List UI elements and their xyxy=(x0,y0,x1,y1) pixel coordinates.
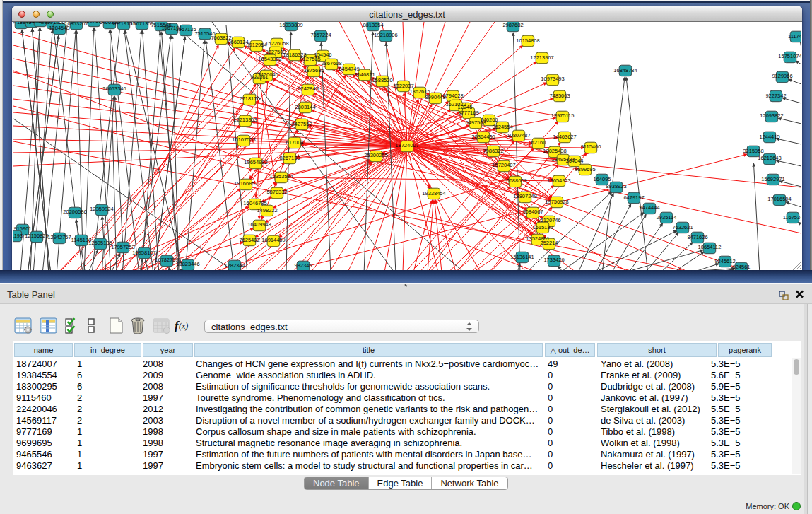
svg-text:23420046: 23420046 xyxy=(254,71,278,78)
svg-text:8912954: 8912954 xyxy=(246,42,266,48)
svg-text:617004: 617004 xyxy=(286,139,303,146)
svg-text:9474444: 9474444 xyxy=(639,204,659,211)
svg-text:982345: 982345 xyxy=(294,262,312,269)
svg-text:3624554: 3624554 xyxy=(492,124,512,130)
svg-text:15136141: 15136141 xyxy=(510,254,534,260)
svg-text:9242845: 9242845 xyxy=(298,86,318,92)
svg-text:6479197: 6479197 xyxy=(623,194,644,201)
svg-text:16409948: 16409948 xyxy=(247,221,271,228)
svg-text:12505135: 12505135 xyxy=(88,240,112,246)
svg-text:10958107: 10958107 xyxy=(132,250,155,256)
svg-text:1667135: 1667135 xyxy=(175,26,196,33)
svg-text:915901: 915901 xyxy=(13,226,31,232)
svg-text:8471626: 8471626 xyxy=(687,234,707,240)
svg-text:7485063: 7485063 xyxy=(549,93,570,99)
svg-text:12213363: 12213363 xyxy=(233,117,257,123)
svg-text:8938923: 8938923 xyxy=(606,183,626,189)
svg-text:12823446: 12823446 xyxy=(176,261,199,267)
svg-text:19338454: 19338454 xyxy=(422,190,445,197)
svg-text:15226058: 15226058 xyxy=(265,40,288,47)
svg-text:7632621: 7632621 xyxy=(672,224,693,230)
svg-text:25300255: 25300255 xyxy=(364,152,387,158)
svg-text:16848784: 16848784 xyxy=(613,67,637,74)
svg-text:1733426: 1733426 xyxy=(543,257,564,263)
svg-text:10025438: 10025438 xyxy=(543,148,566,154)
svg-text:3875685: 3875685 xyxy=(303,67,324,74)
svg-text:154546: 154546 xyxy=(314,52,331,58)
svg-text:10973493: 10973493 xyxy=(541,76,564,82)
svg-text:16782759: 16782759 xyxy=(155,257,178,263)
svg-text:1282344: 1282344 xyxy=(224,262,245,269)
svg-text:19166857: 19166857 xyxy=(234,180,257,187)
svg-text:17016504: 17016504 xyxy=(767,196,791,202)
svg-text:13654923: 13654923 xyxy=(547,177,570,184)
svg-text:62160: 62160 xyxy=(531,139,546,146)
svg-text:8660124: 8660124 xyxy=(228,39,248,45)
svg-text:12359924: 12359924 xyxy=(90,206,113,212)
svg-text:9899695: 9899695 xyxy=(575,166,595,173)
svg-text:1167534: 1167534 xyxy=(783,214,801,221)
svg-text:8813054: 8813054 xyxy=(363,22,383,28)
svg-text:10654112: 10654112 xyxy=(698,244,722,250)
svg-text:9115460: 9115460 xyxy=(581,144,601,150)
svg-text:111745: 111745 xyxy=(788,33,801,40)
svg-text:9427552: 9427552 xyxy=(291,121,312,127)
svg-text:364044: 364044 xyxy=(565,158,583,164)
svg-text:16210643: 16210643 xyxy=(758,155,781,161)
svg-text:6794028: 6794028 xyxy=(442,93,463,99)
svg-text:252214: 252214 xyxy=(540,240,558,246)
svg-text:16120746: 16120746 xyxy=(537,217,560,223)
svg-text:7857224: 7857224 xyxy=(310,32,331,38)
svg-text:(x): (x) xyxy=(179,321,188,331)
svg-text:10154808: 10154808 xyxy=(516,37,539,44)
svg-text:9777169: 9777169 xyxy=(458,110,478,116)
svg-text:7625402: 7625402 xyxy=(239,237,259,243)
svg-text:12093822: 12093822 xyxy=(760,112,783,119)
svg-text:20206586: 20206586 xyxy=(63,209,86,215)
svg-text:16914459: 16914459 xyxy=(261,237,285,243)
svg-text:17957253: 17957253 xyxy=(111,244,134,250)
svg-text:16107553: 16107553 xyxy=(232,136,255,143)
svg-text:16033809: 16033809 xyxy=(279,22,302,28)
svg-text:1615132: 1615132 xyxy=(532,224,553,230)
svg-text:2987682: 2987682 xyxy=(502,22,523,28)
svg-text:2718176: 2718176 xyxy=(239,95,259,102)
svg-text:924561: 924561 xyxy=(732,264,750,270)
svg-text:7986322: 7986322 xyxy=(483,148,503,154)
svg-text:26053346: 26053346 xyxy=(102,86,126,92)
svg-text:9129966: 9129966 xyxy=(772,73,792,79)
svg-text:12975115: 12975115 xyxy=(551,112,575,119)
svg-text:12156829: 12156829 xyxy=(25,233,48,239)
svg-text:10688609: 10688609 xyxy=(503,177,526,184)
svg-text:12942757: 12942757 xyxy=(47,234,71,240)
svg-text:3215958: 3215958 xyxy=(743,148,763,154)
svg-text:15751074: 15751074 xyxy=(778,53,801,59)
svg-text:1244415: 1244415 xyxy=(759,134,779,140)
svg-text:14463627: 14463627 xyxy=(553,134,576,140)
svg-text:19756928: 19756928 xyxy=(545,199,568,205)
svg-text:91193: 91193 xyxy=(13,233,23,239)
svg-text:15720407: 15720407 xyxy=(492,162,515,168)
svg-text:19654982: 19654982 xyxy=(244,159,267,165)
svg-text:10807487: 10807487 xyxy=(507,132,530,139)
svg-text:16543382: 16543382 xyxy=(258,56,281,62)
svg-text:18724007: 18724007 xyxy=(395,142,418,148)
svg-text:20364436: 20364436 xyxy=(471,134,495,140)
svg-text:1588520: 1588520 xyxy=(372,77,392,83)
svg-text:164095: 164095 xyxy=(593,176,611,182)
svg-text:2935114: 2935114 xyxy=(657,214,677,221)
svg-text:6497568: 6497568 xyxy=(465,119,486,126)
svg-text:5878332: 5878332 xyxy=(266,189,287,195)
svg-text:19218906: 19218906 xyxy=(374,32,397,38)
svg-text:1498222: 1498222 xyxy=(257,207,277,214)
svg-text:18807249: 18807249 xyxy=(513,193,536,199)
svg-text:12353594: 12353594 xyxy=(269,173,293,180)
svg-text:16046785: 16046785 xyxy=(243,200,266,206)
svg-text:12213967: 12213967 xyxy=(530,54,553,61)
svg-text:15692971: 15692971 xyxy=(761,176,784,182)
svg-text:9227342: 9227342 xyxy=(765,93,786,99)
svg-text:8267130: 8267130 xyxy=(279,155,300,161)
svg-text:2803144: 2803144 xyxy=(295,104,315,110)
svg-text:9084067: 9084067 xyxy=(522,209,543,215)
